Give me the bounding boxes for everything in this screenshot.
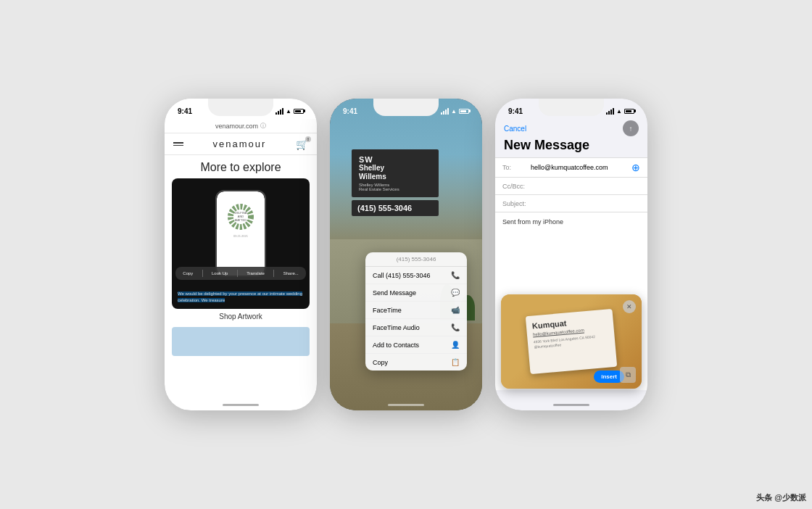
popup-copy[interactable]: Copy 📋 bbox=[365, 354, 467, 371]
mail-header: Cancel ↑ New Message bbox=[495, 119, 647, 158]
cancel-button[interactable]: Cancel bbox=[504, 125, 526, 133]
subject-field[interactable]: Subject: bbox=[495, 195, 647, 212]
sign-subtitle: Shelley WillemsReal Estate Services bbox=[359, 183, 431, 191]
status-icons-1: ▲ bbox=[276, 108, 304, 115]
page-headline: More to explore bbox=[172, 161, 310, 174]
card-names: DELFINAANDMATTEO bbox=[235, 212, 247, 222]
inner-screen: DELFINAANDMATTEO 09.21.2021 bbox=[217, 191, 265, 276]
mail-nav: Cancel ↑ bbox=[504, 120, 639, 136]
phone-mail: 9:41 ▲ Cancel ↑ New Message bbox=[495, 99, 647, 410]
business-card: Kumquat hello@kumquatcoffee.com 4936 Yor… bbox=[526, 309, 618, 374]
battery-icon-2 bbox=[459, 109, 469, 114]
time-1: 9:41 bbox=[178, 107, 192, 115]
status-bar-1: 9:41 ▲ bbox=[165, 99, 317, 119]
wifi-icon: ▲ bbox=[286, 108, 291, 115]
phone2-screen: 9:41 ▲ SW ShelleyWillems Shelley Willems… bbox=[330, 99, 482, 410]
popup-message-label: Send Message bbox=[373, 289, 416, 297]
signal-icon-3 bbox=[606, 108, 614, 115]
inner-phone: DELFINAANDMATTEO 09.21.2021 bbox=[215, 190, 266, 277]
popup-call-label: Call (415) 555-3046 bbox=[373, 272, 431, 279]
cc-field[interactable]: Cc/Bcc: bbox=[495, 178, 647, 195]
card-insert-area: Kumquat hello@kumquatcoffee.com 4936 Yor… bbox=[501, 294, 642, 389]
send-button[interactable]: ↑ bbox=[623, 120, 639, 136]
call-icon: 📞 bbox=[451, 271, 460, 279]
url-bar[interactable]: venamour.com ⓘ bbox=[165, 119, 317, 133]
to-field[interactable]: To: hello@kumquatcoffee.com ⊕ bbox=[495, 158, 647, 178]
message-icon: 💬 bbox=[451, 289, 460, 297]
ctx-share[interactable]: Share... bbox=[281, 270, 302, 277]
product-card: DELFINAANDMATTEO 09.21.2021 Copy Look Up… bbox=[172, 178, 310, 309]
cart-badge: 0 bbox=[305, 136, 311, 142]
card-date: 09.21.2021 bbox=[233, 234, 248, 238]
phone-safari: 9:41 ▲ venamour.com ⓘ venamour 🛒 bbox=[165, 99, 317, 410]
popup-facetime-audio[interactable]: FaceTime Audio 📞 bbox=[365, 319, 467, 336]
phone-camera: 9:41 ▲ SW ShelleyWillems Shelley Willems… bbox=[330, 99, 482, 410]
menu-icon[interactable] bbox=[173, 142, 183, 146]
home-indicator-1 bbox=[223, 404, 259, 406]
popup-header: (415) 555-3046 bbox=[365, 252, 467, 267]
phone1-screen: 9:41 ▲ venamour.com ⓘ venamour 🛒 bbox=[165, 99, 317, 410]
status-icons-3: ▲ bbox=[606, 108, 634, 115]
ctx-copy[interactable]: Copy bbox=[180, 270, 196, 277]
cart-icon[interactable]: 🛒 0 bbox=[296, 138, 308, 150]
card-bg: Kumquat hello@kumquatcoffee.com 4936 Yor… bbox=[501, 294, 642, 389]
popup-call[interactable]: Call (415) 555-3046 📞 bbox=[365, 267, 467, 284]
home-indicator-2 bbox=[388, 404, 424, 406]
popup-facetime-audio-label: FaceTime Audio bbox=[373, 324, 420, 331]
watermark: 头条 @少数派 bbox=[756, 492, 806, 503]
copy-icon: 📋 bbox=[451, 358, 460, 366]
to-value[interactable]: hello@kumquatcoffee.com bbox=[531, 164, 631, 171]
contacts-icon: 👤 bbox=[451, 341, 460, 349]
signal-icon bbox=[276, 108, 283, 115]
to-label: To: bbox=[502, 164, 528, 171]
time-3: 9:41 bbox=[508, 107, 523, 115]
mail-body-text: Sent from my iPhone bbox=[502, 218, 563, 225]
cc-label: Cc/Bcc: bbox=[502, 183, 528, 190]
popup-add-contacts[interactable]: Add to Contacts 👤 bbox=[365, 336, 467, 354]
wifi-icon-3: ▲ bbox=[616, 108, 622, 115]
subject-label: Subject: bbox=[502, 200, 528, 207]
facetime-icon: 📹 bbox=[451, 306, 460, 314]
sign-phone: (415) 555-3046 bbox=[352, 200, 439, 216]
safari-toolbar: venamour 🛒 0 bbox=[165, 133, 317, 155]
add-recipient-button[interactable]: ⊕ bbox=[631, 162, 640, 173]
close-card-button[interactable]: ✕ bbox=[623, 300, 636, 313]
popup-facetime-label: FaceTime bbox=[373, 307, 402, 314]
phone3-screen: 9:41 ▲ Cancel ↑ New Message bbox=[495, 99, 647, 410]
mail-content: 9:41 ▲ Cancel ↑ New Message bbox=[495, 99, 647, 390]
url-text: venamour.com bbox=[215, 123, 258, 130]
sign-board: SW ShelleyWillems Shelley WillemsReal Es… bbox=[352, 149, 439, 197]
real-estate-sign: SW ShelleyWillems Shelley WillemsReal Es… bbox=[352, 149, 439, 216]
sign-name: ShelleyWillems bbox=[359, 164, 431, 181]
popup-copy-label: Copy bbox=[373, 359, 388, 366]
mail-title: New Message bbox=[504, 138, 639, 153]
shop-label[interactable]: Shop Artwork bbox=[172, 309, 310, 324]
status-bar-2: 9:41 ▲ bbox=[330, 99, 482, 119]
popup-message[interactable]: Send Message 💬 bbox=[365, 284, 467, 302]
facetime-audio-icon: 📞 bbox=[451, 323, 460, 331]
signal-icon-2 bbox=[441, 108, 449, 115]
battery-icon bbox=[294, 109, 304, 114]
status-bar-3: 9:41 ▲ bbox=[495, 99, 647, 119]
ctx-translate[interactable]: Translate bbox=[244, 270, 268, 277]
context-menu: Copy Look Up Translate Share... bbox=[175, 267, 306, 280]
home-indicator-3 bbox=[553, 404, 589, 406]
popup-add-contacts-label: Add to Contacts bbox=[373, 342, 419, 349]
popup-facetime[interactable]: FaceTime 📹 bbox=[365, 302, 467, 319]
wifi-icon-2: ▲ bbox=[451, 108, 457, 115]
status-icons-2: ▲ bbox=[441, 108, 469, 115]
time-2: 9:41 bbox=[343, 107, 357, 115]
battery-icon-3 bbox=[624, 109, 634, 114]
site-logo: venamour bbox=[213, 138, 267, 149]
ctx-lookup[interactable]: Look Up bbox=[209, 270, 231, 277]
page-content: More to explore bbox=[165, 155, 317, 362]
sign-initials: SW bbox=[359, 155, 431, 164]
action-popup: (415) 555-3046 Call (415) 555-3046 📞 Sen… bbox=[365, 252, 467, 371]
text-preview: We would be delighted by your presence a… bbox=[178, 291, 304, 303]
blue-banner bbox=[172, 327, 310, 356]
copy-card-button[interactable]: ⧉ bbox=[620, 367, 636, 383]
